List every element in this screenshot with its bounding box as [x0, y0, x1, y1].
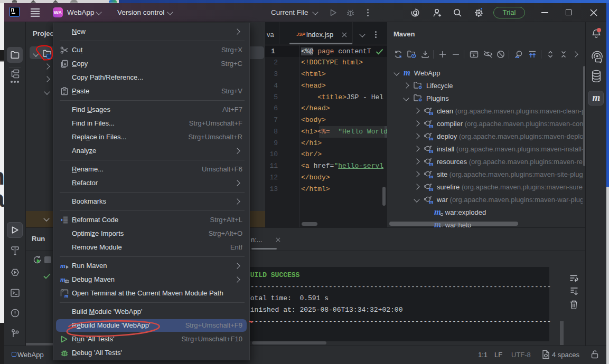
svg-text:m: m	[429, 161, 433, 166]
svg-text:m: m	[64, 293, 68, 298]
svg-text:m: m	[60, 275, 65, 283]
svg-text:m: m	[60, 262, 65, 270]
svg-text:m: m	[429, 110, 433, 116]
svg-text:m: m	[429, 186, 433, 191]
svg-text:m: m	[429, 199, 433, 204]
svg-text:m: m	[429, 136, 433, 141]
svg-text:m: m	[429, 123, 433, 128]
svg-text:m: m	[429, 148, 433, 154]
svg-text:m: m	[429, 174, 433, 179]
